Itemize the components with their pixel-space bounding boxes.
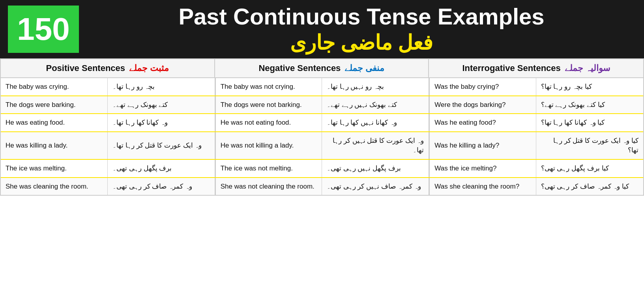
positive-section-header: Positive Sentences مثبت جملے [1, 59, 215, 77]
neg-ur-cell: وہ کھانا نہیں کھا رہا تھا۔ [322, 114, 429, 131]
table-row: He was killing a lady. وہ ایک عورت کا قت… [1, 132, 643, 160]
pos-en-cell: He was killing a lady. [1, 132, 108, 159]
number-box: 150 [8, 6, 79, 53]
table-row: She was cleaning the room. وہ کمرہ صاف ک… [1, 178, 643, 195]
neg-en-cell: The baby was not crying. [215, 78, 322, 95]
neg-en-cell: The ice was not melting. [215, 160, 322, 177]
int-ur-cell: کیا بچہ رو رہا تھا؟ [536, 78, 643, 95]
negative-section-header: Negative Sentences منفی جملے [215, 59, 429, 77]
table-row: He was eating food. وہ کھانا کھا رہا تھا… [1, 114, 643, 132]
table-row: The ice was melting. برف پگھل رہی تھی۔ T… [1, 160, 643, 178]
page-title-urdu: فعل ماضی جاری [290, 31, 433, 54]
positive-label-en: Positive Sentences [46, 63, 125, 73]
header-text: Past Continuous Tense Examples فعل ماضی … [87, 4, 636, 54]
int-en-cell: Was the baby crying? [429, 78, 536, 95]
int-ur-cell: کیا برف پگھل رہی تھی؟ [536, 160, 643, 177]
table-row: The dogs were barking. کتے بھونک رہے تھے… [1, 96, 643, 114]
negative-label-urdu: منفی جملے [344, 63, 384, 73]
sentences-table: The baby was crying. بچہ رو رہا تھا۔ The… [0, 77, 644, 196]
page-header: 150 Past Continuous Tense Examples فعل م… [0, 0, 644, 58]
pos-en-cell: He was eating food. [1, 114, 108, 131]
page-title: Past Continuous Tense Examples [178, 4, 544, 29]
neg-en-cell: The dogs were not barking. [215, 96, 322, 114]
int-ur-cell: کیا وہ کھانا کھا رہا تھا؟ [536, 114, 643, 131]
neg-en-cell: He was not killing a lady. [215, 132, 322, 159]
neg-ur-cell: وہ کمرہ صاف نہیں کر رہی تھی۔ [322, 178, 429, 195]
pos-ur-cell: وہ ایک عورت کا قتل کر رہا تھا۔ [108, 132, 215, 159]
int-en-cell: Was she cleaning the room? [429, 178, 536, 195]
pos-en-cell: She was cleaning the room. [1, 178, 108, 195]
neg-ur-cell: وہ ایک عورت کا قتل نہیں کر رہا تھا۔ [322, 132, 429, 159]
pos-ur-cell: وہ کمرہ صاف کر رہی تھی۔ [108, 178, 215, 195]
int-en-cell: Was he eating food? [429, 114, 536, 131]
neg-ur-cell: کتے بھونک نہیں رہے تھے۔ [322, 96, 429, 114]
pos-ur-cell: برف پگھل رہی تھی۔ [108, 160, 215, 177]
int-en-cell: Was he killing a lady? [429, 132, 536, 159]
positive-label-urdu: مثبت جملے [129, 63, 169, 73]
number: 150 [17, 11, 69, 47]
negative-label-en: Negative Sentences [258, 63, 341, 73]
pos-en-cell: The dogs were barking. [1, 96, 108, 114]
int-ur-cell: کیا کتے بھونک رہے تھے؟ [536, 96, 643, 114]
neg-ur-cell: بچہ رو نہیں رہا تھا۔ [322, 78, 429, 95]
interrogative-section-header: Interrogative Sentences سوالیہ جملے [429, 59, 643, 77]
pos-en-cell: The baby was crying. [1, 78, 108, 95]
neg-en-cell: She was not cleaning the room. [215, 178, 322, 195]
interrogative-label-urdu: سوالیہ جملے [565, 63, 610, 73]
pos-en-cell: The ice was melting. [1, 160, 108, 177]
neg-ur-cell: برف پگھل نہیں رہی تھی۔ [322, 160, 429, 177]
pos-ur-cell: کتے بھونک رہے تھے۔ [108, 96, 215, 114]
int-ur-cell: کیا وہ ایک عورت کا قتل کر رہا تھا؟ [536, 132, 643, 159]
table-row: The baby was crying. بچہ رو رہا تھا۔ The… [1, 78, 643, 96]
int-en-cell: Were the dogs barking? [429, 96, 536, 114]
neg-en-cell: He was not eating food. [215, 114, 322, 131]
pos-ur-cell: بچہ رو رہا تھا۔ [108, 78, 215, 95]
int-ur-cell: کیا وہ کمرہ صاف کر رہی تھی؟ [536, 178, 643, 195]
section-headers: Positive Sentences مثبت جملے Negative Se… [0, 58, 644, 77]
int-en-cell: Was the ice melting? [429, 160, 536, 177]
interrogative-label-en: Interrogative Sentences [462, 63, 560, 73]
pos-ur-cell: وہ کھانا کھا رہا تھا۔ [108, 114, 215, 131]
